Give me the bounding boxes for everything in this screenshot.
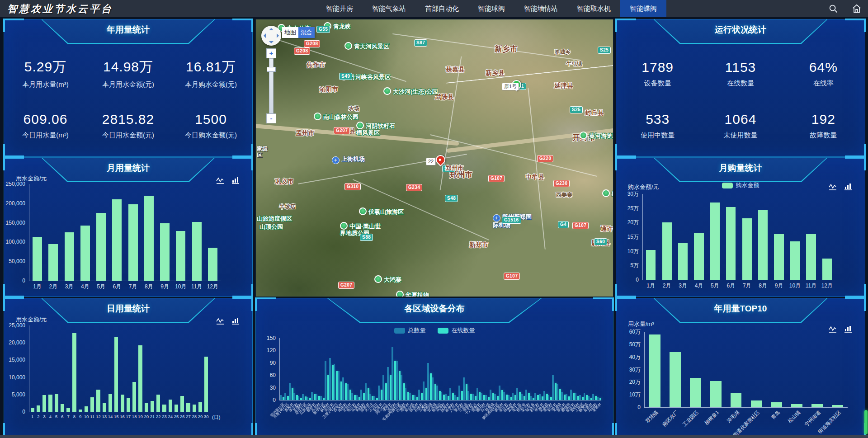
bar-总数量 <box>360 390 362 400</box>
scenic-label: 山顶公园 <box>259 224 283 231</box>
x-axis-label: 5 <box>55 414 57 419</box>
map-type-混合[interactable]: 混合 <box>298 27 315 38</box>
bar-总数量 <box>373 396 375 400</box>
nav-item-首部自动化[interactable]: 首部自动化 <box>415 0 468 17</box>
x-axis-label: 淖毛湖 <box>726 409 741 424</box>
bar <box>176 231 185 281</box>
x-axis-label: 15 <box>114 414 119 419</box>
x-axis-label: 21 <box>150 414 155 419</box>
y-axis-tick: 60万 <box>629 329 641 334</box>
bar-slot: 1 <box>29 325 35 412</box>
y-axis-tick: 100,000 <box>6 239 25 245</box>
panel-header: 月用量统计 <box>41 158 215 182</box>
bar-slot: 沿黄2号社区 <box>334 338 338 400</box>
dashboard: 智慧农业节水云平台 智能井房智能气象站首部自动化智能球阀智能墒情站智能取水机智能… <box>0 0 868 438</box>
bar <box>690 378 701 407</box>
bar-slot: 7 <box>66 325 71 412</box>
bar-slot: 城关乡 <box>530 338 534 400</box>
bar <box>112 199 122 281</box>
bar-slot: 峡窝镇 <box>584 338 588 400</box>
bar-slot: 淖毛湖 <box>726 332 746 407</box>
x-axis-label: 19 <box>138 414 143 419</box>
x-axis-label: 5月 <box>711 282 719 290</box>
stat-value: 1064 <box>699 112 782 127</box>
place-label: 半坡店 <box>279 204 296 210</box>
stats-grid: 1789设备数量1153在线数量64%在线率533使用中数量1064未使用数量1… <box>616 47 865 152</box>
bar-slot: 南曹村 <box>476 338 481 400</box>
bar-slot: 雁鸣湖 <box>427 338 432 400</box>
legend-item[interactable]: 在线数量 <box>438 326 475 334</box>
legend-item[interactable]: 购水金额 <box>722 181 760 189</box>
bar-slot: 26 <box>179 325 185 412</box>
home-icon[interactable] <box>852 4 862 14</box>
y-axis-tick: 20万 <box>627 220 639 225</box>
map-pan-control[interactable] <box>261 26 281 46</box>
bar-slot: 东风村 <box>289 338 293 400</box>
nav-item-智能井房[interactable]: 智能井房 <box>316 0 363 17</box>
nav-item-智能球阀[interactable]: 智能球阀 <box>468 0 514 17</box>
zoom-thumb[interactable] <box>267 67 276 72</box>
bar-总数量 <box>369 394 371 400</box>
bar-slot: 前进渠社区 <box>280 338 284 400</box>
stat-item: 609.06今日用水量(m³) <box>4 112 87 140</box>
stat-item: 16.81万本月购水金额(元) <box>170 58 252 89</box>
bar-总数量 <box>539 394 541 400</box>
bar <box>758 210 768 280</box>
x-axis-label: 12月 <box>207 283 218 291</box>
bar-slot: 13 <box>101 325 107 412</box>
bar-slot: 刘楼村 <box>360 338 365 400</box>
bar-总数量 <box>382 375 384 400</box>
line-chart-icon[interactable] <box>829 183 838 191</box>
bar-slot: 张湾村 <box>387 338 392 400</box>
y-axis-tick: 40万 <box>629 354 641 360</box>
line-chart-icon[interactable] <box>829 325 838 333</box>
bar-总数量 <box>499 386 500 400</box>
bar <box>66 408 70 412</box>
panel-title: 日用量统计 <box>41 298 215 319</box>
bar-slot: 2 <box>35 325 41 412</box>
line-chart-icon[interactable] <box>216 177 225 184</box>
bar-chart-icon[interactable] <box>844 325 853 333</box>
nav-item-智能墒情站[interactable]: 智能墒情站 <box>514 0 567 17</box>
bar-总数量 <box>436 386 438 400</box>
bar-总数量 <box>557 384 558 400</box>
y-axis-tick: 15,000 <box>9 357 25 363</box>
legend-item[interactable]: 总数量 <box>394 326 426 334</box>
bar-总数量 <box>307 397 308 400</box>
nav-item-智能气象站[interactable]: 智能气象站 <box>363 0 415 17</box>
bar <box>31 408 34 412</box>
x-axis-label: 20 <box>144 414 149 419</box>
bar-chart-icon[interactable] <box>231 317 241 325</box>
satellite-map[interactable]: + - 地图混合 焦作市新乡市沁阳市孟州市温县武陟县获嘉县新乡县延津县封丘县巩义… <box>255 19 613 297</box>
bar <box>132 382 136 412</box>
nav-item-智能取水机[interactable]: 智能取水机 <box>567 0 620 17</box>
bar <box>771 402 783 407</box>
zoom-out-button[interactable]: - <box>266 113 276 123</box>
zoom-track[interactable] <box>269 58 274 113</box>
bar-slot: 1月 <box>643 194 659 280</box>
bar-slot: 15 <box>113 325 119 412</box>
y-axis-tick: 0 <box>273 397 276 403</box>
x-axis-label: 10 <box>84 414 89 419</box>
bar <box>90 397 94 412</box>
nav-item-智能蝶阀[interactable]: 智能蝶阀 <box>620 0 666 17</box>
page-scrollbar-thumb[interactable] <box>864 410 868 434</box>
map-boundary-line <box>446 65 613 84</box>
bar <box>61 404 64 412</box>
line-chart-icon[interactable] <box>216 317 225 325</box>
zoom-in-button[interactable]: + <box>266 48 276 58</box>
bar <box>678 243 688 280</box>
panel-title: 月购量统计 <box>654 158 828 179</box>
x-axis-label: 26 <box>180 414 185 419</box>
bar-chart-icon[interactable] <box>231 177 241 184</box>
bar-总数量 <box>432 377 434 400</box>
map-type-地图[interactable]: 地图 <box>282 27 298 38</box>
x-axis-label: 27 <box>186 414 191 419</box>
bar-chart-icon[interactable] <box>844 183 853 191</box>
stat-label: 今日购水金额(元) <box>170 131 252 140</box>
search-icon[interactable] <box>828 4 838 14</box>
x-axis-label: 8 <box>73 414 75 419</box>
stat-item: 2815.82今日用水金额(元) <box>87 112 170 140</box>
bar-slot: 圃田村 <box>481 338 485 400</box>
bar <box>144 196 154 281</box>
